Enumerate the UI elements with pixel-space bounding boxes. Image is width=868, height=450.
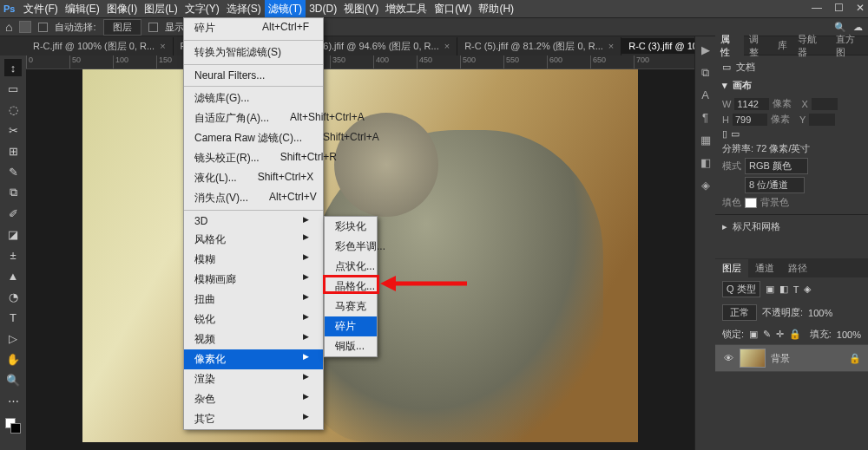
orient-landscape-icon[interactable]: ▭ — [731, 128, 740, 140]
tab-channels[interactable]: 通道 — [748, 259, 781, 277]
filter-other[interactable]: 其它 — [184, 409, 323, 429]
doc-tab-0[interactable]: R-C.jfif @ 100% (图层 0, R...× — [26, 37, 174, 55]
fill-swatch[interactable] — [745, 198, 757, 208]
sub-fragment[interactable]: 碎片 — [325, 316, 377, 336]
width-input[interactable] — [734, 98, 769, 110]
close-button[interactable]: ✕ — [856, 2, 865, 14]
brush-tool[interactable]: ✐ — [4, 205, 22, 222]
filter-gallery[interactable]: 滤镜库(G)... — [184, 88, 323, 108]
mode-dropdown[interactable]: RGB 颜色 — [745, 158, 808, 174]
doc-tab-3[interactable]: R-C (5).jfif @ 81.2% (图层 0, R...× — [457, 37, 621, 55]
menu-layer[interactable]: 图层(L) — [141, 0, 181, 18]
menu-3d[interactable]: 3D(D) — [306, 1, 340, 16]
menu-file[interactable]: 文件(F) — [20, 0, 61, 18]
layer-row[interactable]: 👁 背景 🔒 — [715, 344, 868, 372]
swatches-icon[interactable]: ▦ — [699, 134, 713, 147]
color-swatch[interactable] — [5, 418, 21, 434]
visibility-icon[interactable]: 👁 — [722, 353, 734, 363]
zoom-tool[interactable]: 🔍 — [4, 371, 22, 388]
healing-tool[interactable]: ⧉ — [4, 184, 22, 201]
path-tool[interactable]: ▷ — [4, 329, 22, 347]
horizontal-ruler[interactable]: 0501001502002503003504004505005506006507… — [26, 55, 694, 69]
menu-filter[interactable]: 滤镜(T) — [265, 0, 306, 18]
lock-icon[interactable]: 🔒 — [789, 329, 801, 340]
filter-neural[interactable]: Neural Filters... — [184, 67, 323, 84]
clone-tool[interactable]: ◪ — [4, 225, 22, 243]
pen-tool[interactable]: ▲ — [4, 267, 22, 284]
filter-pixelate[interactable]: 像素化 — [184, 349, 323, 369]
x-input[interactable] — [812, 98, 838, 110]
opacity-value[interactable]: 100% — [808, 308, 832, 318]
filter-blur[interactable]: 模糊 — [184, 250, 323, 270]
menu-select[interactable]: 选择(S) — [223, 0, 265, 18]
tab-paths[interactable]: 路径 — [781, 259, 814, 277]
menu-view[interactable]: 视图(V) — [340, 0, 382, 18]
sub-mezzotint[interactable]: 铜版... — [325, 336, 377, 356]
sub-pointillize[interactable]: 点状化... — [325, 257, 377, 277]
gradient-tool[interactable]: ± — [4, 246, 22, 264]
height-input[interactable] — [733, 114, 767, 126]
filter-render[interactable]: 渲染 — [184, 369, 323, 389]
filter-convert-smart[interactable]: 转换为智能滤镜(S) — [184, 42, 323, 62]
filter-sharpen[interactable]: 锐化 — [184, 310, 323, 329]
minimize-button[interactable]: — — [812, 2, 822, 14]
tab-libraries[interactable]: 库 — [773, 36, 792, 55]
eyedropper-tool[interactable]: ✎ — [4, 163, 22, 180]
crop-tool[interactable]: ✂ — [4, 121, 22, 139]
frame-tool[interactable]: ⊞ — [4, 142, 22, 160]
tab-layers[interactable]: 图层 — [715, 259, 748, 277]
filter-icon[interactable]: ◈ — [804, 284, 811, 295]
filter-last[interactable]: 碎片Alt+Ctrl+F — [184, 18, 323, 38]
dodge-tool[interactable]: ◔ — [4, 288, 22, 305]
bits-dropdown[interactable]: 8 位/通道 — [745, 177, 805, 193]
filter-icon[interactable]: ▣ — [766, 284, 774, 295]
filter-adaptive-wide[interactable]: 自适应广角(A)...Alt+Shift+Ctrl+A — [184, 108, 323, 128]
lasso-tool[interactable]: ◌ — [4, 101, 22, 118]
menu-window[interactable]: 窗口(W) — [431, 0, 475, 18]
marquee-tool[interactable]: ▭ — [4, 80, 22, 97]
home-icon[interactable]: ⌂ — [5, 20, 12, 34]
filter-stylize[interactable]: 风格化 — [184, 230, 323, 250]
close-icon[interactable]: × — [160, 41, 165, 51]
filter-vanishing-point[interactable]: 消失点(V)...Alt+Ctrl+V — [184, 188, 323, 208]
menu-edit[interactable]: 编辑(E) — [62, 0, 103, 18]
sub-mosaic[interactable]: 马赛克 — [325, 297, 377, 316]
3d-icon[interactable]: ◈ — [699, 179, 713, 192]
filter-icon[interactable]: T — [793, 284, 799, 295]
type-icon[interactable]: A — [699, 88, 713, 102]
menu-plugins[interactable]: 增效工具 — [382, 0, 431, 18]
background-color[interactable] — [10, 423, 21, 434]
layer-name[interactable]: 背景 — [771, 352, 790, 365]
orient-portrait-icon[interactable]: ▯ — [722, 128, 727, 140]
history-icon[interactable]: ⧉ — [699, 66, 713, 80]
filter-camera-raw[interactable]: Camera Raw 滤镜(C)...Shift+Ctrl+A — [184, 128, 323, 148]
text-tool[interactable]: T — [4, 309, 22, 326]
filter-lens-correction[interactable]: 镜头校正(R)...Shift+Ctrl+R — [184, 148, 323, 168]
menu-image[interactable]: 图像(I) — [103, 0, 141, 18]
filter-video[interactable]: 视频 — [184, 329, 323, 349]
menu-help[interactable]: 帮助(H) — [475, 0, 517, 18]
ruler-grid-section[interactable]: 标尺和网格 — [733, 220, 780, 233]
menu-type[interactable]: 文字(Y) — [181, 0, 223, 18]
layer-dropdown[interactable]: 图层 — [103, 19, 141, 36]
filter-blur-gallery[interactable]: 模糊画廊 — [184, 270, 323, 290]
lock-icon[interactable]: ✎ — [763, 329, 771, 340]
play-icon[interactable]: ▶ — [699, 43, 713, 57]
auto-select-checkbox[interactable] — [38, 23, 48, 32]
maximize-button[interactable]: ☐ — [834, 2, 844, 14]
blend-mode-dropdown[interactable]: 正常 — [722, 304, 757, 321]
show-transform-checkbox[interactable] — [148, 23, 158, 32]
hand-tool[interactable]: ✋ — [4, 350, 22, 368]
filter-distort[interactable]: 扭曲 — [184, 290, 323, 310]
filter-icon[interactable]: ◧ — [779, 284, 788, 295]
fill-value[interactable]: 100% — [837, 329, 861, 340]
filter-noise[interactable]: 杂色 — [184, 389, 323, 409]
paragraph-icon[interactable]: ¶ — [699, 111, 713, 125]
more-tools[interactable]: ⋯ — [4, 392, 22, 409]
lock-icon[interactable]: ✛ — [776, 329, 784, 340]
y-input[interactable] — [809, 114, 835, 126]
filter-liquify[interactable]: 液化(L)...Shift+Ctrl+X — [184, 168, 323, 188]
color-icon[interactable]: ◧ — [699, 156, 713, 170]
close-icon[interactable]: × — [444, 41, 450, 51]
layer-kind-filter[interactable]: Q 类型 — [722, 281, 760, 297]
